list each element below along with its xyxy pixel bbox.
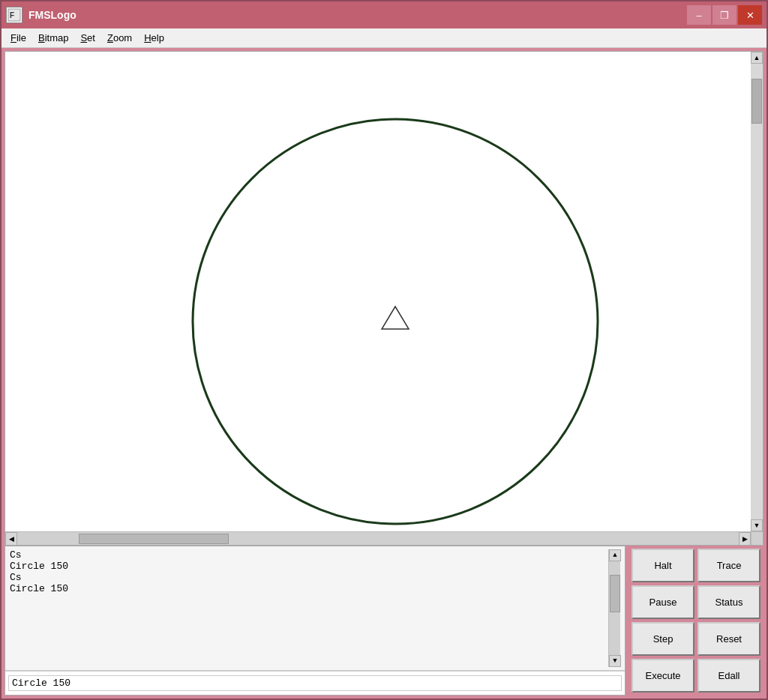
scroll-down-button[interactable]: ▼ — [751, 519, 763, 531]
console-scrollbar: ▲ ▼ — [608, 549, 620, 667]
canvas-viewport: ▲ ▼ — [5, 52, 763, 531]
execute-button[interactable]: Execute — [632, 659, 694, 693]
console-line-4: Circle 150 — [10, 583, 608, 594]
title-bar: F FMSLogo – ❐ ✕ — [2, 1, 766, 28]
window-controls: – ❐ ✕ — [687, 5, 762, 25]
scroll-right-button[interactable]: ▶ — [739, 532, 751, 546]
menu-file[interactable]: File — [4, 31, 32, 45]
vertical-scrollbar: ▲ ▼ — [751, 52, 763, 531]
title-bar-left: F FMSLogo — [6, 7, 76, 23]
console-area: Cs Circle 150 Cs Circle 150 ▲ ▼ — [4, 546, 626, 696]
app-icon: F — [6, 7, 22, 23]
drawing-canvas — [5, 52, 763, 531]
bottom-section: Cs Circle 150 Cs Circle 150 ▲ ▼ — [4, 546, 764, 696]
console-input[interactable] — [8, 675, 622, 691]
horizontal-scroll-track — [17, 532, 739, 545]
console-input-row — [5, 671, 625, 695]
button-panel: Halt Trace Pause Status Step Reset Execu… — [628, 546, 764, 696]
menu-set[interactable]: Set — [74, 31, 101, 45]
console-scroll-thumb[interactable] — [610, 575, 620, 612]
close-button[interactable]: ✕ — [738, 5, 762, 25]
step-button[interactable]: Step — [632, 622, 694, 656]
console-line-3: Cs — [10, 572, 608, 583]
window-title: FMSLogo — [28, 9, 76, 21]
console-output: Cs Circle 150 Cs Circle 150 ▲ ▼ — [5, 546, 625, 671]
console-scroll-down[interactable]: ▼ — [609, 655, 621, 667]
console-scroll-up[interactable]: ▲ — [609, 549, 621, 561]
menu-bar: File Bitmap Set Zoom Help — [2, 28, 766, 48]
console-line-2: Circle 150 — [10, 561, 608, 572]
minimize-button[interactable]: – — [687, 5, 711, 25]
horizontal-scrollbar-container: ◀ ▶ — [5, 531, 763, 545]
scroll-up-button[interactable]: ▲ — [751, 52, 763, 64]
vertical-scroll-thumb[interactable] — [752, 79, 762, 124]
horizontal-scroll-thumb[interactable] — [79, 534, 229, 544]
menu-help[interactable]: Help — [138, 31, 170, 45]
canvas-area: ▲ ▼ ◀ ▶ — [4, 51, 764, 546]
console-text: Cs Circle 150 Cs Circle 150 — [10, 549, 608, 667]
main-window: F FMSLogo – ❐ ✕ File Bitmap Set Zoom Hel… — [0, 0, 768, 700]
reset-button[interactable]: Reset — [698, 622, 760, 656]
svg-text:F: F — [10, 11, 14, 19]
status-button[interactable]: Status — [698, 585, 760, 619]
menu-zoom[interactable]: Zoom — [101, 31, 138, 45]
trace-button[interactable]: Trace — [698, 549, 760, 582]
menu-bitmap[interactable]: Bitmap — [32, 31, 74, 45]
pause-button[interactable]: Pause — [632, 585, 694, 619]
console-line-1: Cs — [10, 549, 608, 561]
main-content: ▲ ▼ ◀ ▶ — [2, 48, 766, 699]
svg-rect-2 — [20, 52, 748, 531]
halt-button[interactable]: Halt — [632, 549, 694, 582]
scroll-left-button[interactable]: ◀ — [5, 532, 17, 546]
edall-button[interactable]: Edall — [698, 659, 760, 693]
maximize-button[interactable]: ❐ — [712, 5, 736, 25]
